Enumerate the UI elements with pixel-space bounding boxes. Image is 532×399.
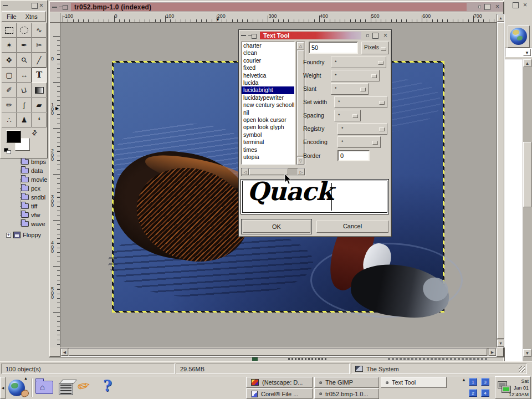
tool-ellipse-select[interactable] [17, 23, 32, 38]
text-preview-box[interactable]: Quack [241, 179, 389, 214]
tree-item-vfw[interactable]: vfw [0, 211, 49, 219]
scrollbar-thumb[interactable] [69, 349, 487, 356]
cancel-button[interactable]: Cancel [316, 221, 388, 233]
pin-icon[interactable] [59, 4, 67, 9]
foreground-color-swatch[interactable] [6, 130, 21, 143]
tool-fuzzy-select[interactable]: ✶ [2, 38, 17, 53]
font-item-helvetica[interactable]: helvetica [242, 72, 294, 79]
tree-item-sndbl[interactable]: sndbl [0, 193, 49, 202]
dialog-titlebar[interactable]: Text Tool × [240, 31, 390, 40]
menu-xtns[interactable]: Xtns [21, 12, 42, 21]
default-colors-icon[interactable] [4, 148, 12, 155]
tree-item-pcx[interactable]: pcx [0, 184, 49, 193]
tool-transform[interactable]: ▢ [2, 68, 17, 83]
tool-scissors[interactable]: ✂ [32, 38, 47, 53]
taskbar-button-corel-file[interactable]: Corel® File ... [246, 388, 313, 399]
menu-file[interactable]: File [2, 12, 21, 21]
tool-blend[interactable] [32, 83, 47, 98]
tool-airbrush[interactable]: ∴ [2, 112, 17, 127]
set-width-option-menu[interactable]: * [334, 96, 387, 108]
font-item-times[interactable]: times [242, 146, 294, 154]
taskbar-button-tr052-bmp-1-0[interactable]: tr052.bmp-1.0... [314, 388, 379, 399]
font-item-utopia[interactable]: utopia [242, 154, 294, 161]
minimize-icon[interactable] [3, 5, 8, 6]
close-icon[interactable]: × [521, 2, 529, 8]
weight-option-menu[interactable]: * [331, 70, 380, 81]
canvas-vertical-scrollbar[interactable]: ▲ ▼ [497, 14, 505, 347]
globe-button[interactable] [508, 25, 530, 48]
image-window-titlebar[interactable]: tr052.bmp-1.0 (indexed) × [50, 2, 503, 12]
pager-desktop-1[interactable]: 1 [469, 378, 477, 386]
scrollbar-thumb[interactable] [523, 142, 531, 207]
registry-option-menu[interactable]: * [337, 123, 387, 135]
home-folder-button[interactable]: ⌂ [35, 381, 53, 394]
browser-scrollbar[interactable]: ▲ ▼ [523, 59, 532, 362]
tool-paintbrush[interactable]: ʃ [17, 98, 32, 112]
scrollbar-thumb[interactable] [497, 22, 504, 339]
start-globe-button[interactable]: ▲ [8, 378, 28, 398]
font-item-lucidatypewriter[interactable]: lucidatypewriter [242, 94, 294, 101]
scroll-up-icon[interactable]: ▲ [497, 14, 504, 22]
close-icon[interactable]: × [494, 4, 501, 10]
taskbar-collapse-button[interactable]: ◀ [0, 377, 6, 399]
encoding-option-menu[interactable]: * [337, 136, 381, 148]
file-drawers-button[interactable] [59, 380, 75, 395]
pager-up-icon[interactable]: ▲ [462, 377, 466, 382]
scroll-down-icon[interactable]: ▼ [497, 340, 504, 347]
chevron-down-icon[interactable]: ▼ [523, 49, 531, 56]
scroll-right-icon[interactable]: ▶ [489, 349, 496, 356]
tool-flip[interactable]: ↔ [17, 68, 32, 83]
tool-pencil[interactable]: ✏ [2, 98, 17, 112]
tool-bucket-fill[interactable]: ⊔ [17, 83, 32, 98]
font-item-open-look-glyph[interactable]: open look glyph [242, 124, 294, 131]
help-button[interactable]: ? [103, 377, 112, 395]
tool-text[interactable]: T [32, 68, 47, 83]
slant-option-menu[interactable]: * [331, 83, 369, 95]
tool-bezier-select[interactable]: ✒ [17, 38, 32, 53]
font-item-terminal[interactable]: terminal [242, 139, 294, 146]
toolbox-titlebar[interactable]: × [1, 1, 47, 10]
tree-item-movie[interactable]: movie [0, 175, 49, 184]
tool-clone[interactable]: ♟ [17, 112, 32, 127]
scroll-up-icon[interactable]: ▲ [523, 59, 531, 67]
editor-pencil-button[interactable]: ✏ [75, 376, 92, 397]
unit-option-menu[interactable]: Pixels [361, 42, 389, 54]
tree-item-wave[interactable]: wave [0, 219, 49, 228]
tree-item-bmps[interactable]: bmps [0, 157, 49, 166]
maximize-icon[interactable] [484, 4, 490, 10]
ok-button[interactable]: OK [243, 221, 310, 233]
close-icon[interactable]: × [38, 3, 45, 9]
scroll-up-icon[interactable]: △ [297, 42, 304, 49]
close-icon[interactable]: × [382, 33, 389, 39]
iconify-icon[interactable] [478, 6, 481, 8]
url-combobox[interactable]: ▼ [505, 48, 532, 57]
scrollbar-thumb[interactable] [249, 168, 288, 175]
size-input[interactable] [309, 42, 358, 54]
clock-tray[interactable]: Sat Jan 01 12:40AM [495, 376, 531, 399]
swap-colors-icon[interactable]: ⇅ [30, 128, 39, 137]
tool-move[interactable]: ✥ [2, 53, 17, 68]
pager-desktop-4[interactable]: 4 [481, 389, 489, 397]
font-list[interactable]: chartercleancourierfixedhelveticalucidal… [241, 42, 295, 165]
font-item-charter[interactable]: charter [242, 42, 294, 49]
tree-item-data[interactable]: data [0, 166, 49, 175]
font-item-lucida[interactable]: lucida [242, 79, 294, 86]
font-list-horizontal-scrollbar[interactable]: ◁ ▷ [241, 168, 305, 176]
font-item-fixed[interactable]: fixed [242, 64, 294, 71]
tool-free-select[interactable]: ∿ [32, 23, 47, 38]
resize-grip[interactable] [519, 366, 525, 372]
browser-list[interactable] [504, 59, 523, 361]
pager-desktop-3[interactable]: 3 [481, 378, 489, 386]
taskbar-button-text-tool[interactable]: Text Tool [381, 377, 447, 388]
maximize-icon[interactable] [513, 2, 519, 8]
taskbar-button-netscape-d[interactable]: (Netscape: D... [246, 377, 313, 388]
minimize-icon[interactable] [52, 7, 57, 8]
pin-icon[interactable] [248, 33, 256, 38]
tool-color-picker[interactable]: ✐ [2, 83, 17, 98]
maximize-icon[interactable] [372, 33, 378, 39]
scroll-right-icon[interactable]: ▷ [298, 168, 305, 175]
taskbar-button-the-gimp[interactable]: The GIMP [314, 377, 379, 388]
spacing-option-menu[interactable]: * [334, 110, 361, 121]
scroll-down-icon[interactable]: ▼ [523, 349, 531, 357]
minimize-icon[interactable] [241, 35, 246, 36]
